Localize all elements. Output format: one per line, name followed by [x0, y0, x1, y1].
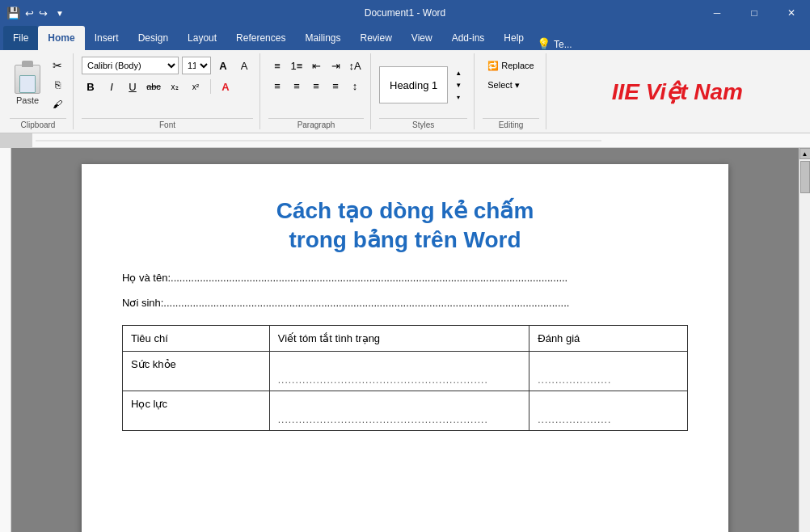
tab-insert[interactable]: Insert — [85, 26, 129, 50]
styles-expand[interactable]: ▾ — [449, 91, 467, 103]
tab-mailings[interactable]: Mailings — [295, 26, 350, 50]
tab-design[interactable]: Design — [129, 26, 178, 50]
tab-layout[interactable]: Layout — [178, 26, 226, 50]
ruler-marks: // inline SVG generation done via HTML b… — [36, 135, 601, 146]
document-page: Cách tạo dòng kẻ chấm trong bảng trên Wo… — [82, 164, 728, 532]
tab-file[interactable]: File — [3, 26, 38, 50]
styles-group: Heading 1 ▲ ▼ ▾ Styles — [373, 53, 475, 129]
cell-desc-2: ........................................… — [269, 391, 529, 430]
field-noi-sinh: Nơi sinh:...............................… — [122, 297, 688, 309]
tab-help[interactable]: Help — [494, 26, 534, 50]
dots-desc-1: ........................................… — [278, 374, 521, 386]
format-painter-button[interactable]: 🖌 — [49, 95, 66, 113]
tab-addins[interactable]: Add-ins — [442, 26, 495, 50]
bold-button[interactable]: B — [82, 78, 99, 95]
minimize-button[interactable]: ─ — [698, 0, 736, 26]
document-table: Tiêu chí Viết tóm tắt tình trạng Đánh gi… — [122, 325, 688, 431]
maximize-button[interactable]: □ — [736, 0, 773, 26]
field-ho-va-ten: Họ và tên:..............................… — [122, 272, 688, 284]
page-heading: Cách tạo dòng kẻ chấm trong bảng trên Wo… — [122, 196, 688, 255]
subscript-button[interactable]: x₂ — [166, 78, 184, 95]
cell-criteria-1: Sức khỏe — [123, 351, 270, 391]
indent-increase-button[interactable]: ⇥ — [327, 57, 344, 74]
undo-icon[interactable]: ↩ — [25, 7, 34, 19]
brand-text: IIE Việt Nam — [612, 78, 743, 105]
cut-button[interactable]: ✂ — [49, 57, 66, 74]
save-icon[interactable]: 💾 — [6, 6, 20, 19]
bullets-button[interactable]: ≡ — [268, 57, 286, 74]
align-left-button[interactable]: ≡ — [268, 77, 286, 95]
main-area: Cách tạo dòng kẻ chấm trong bảng trên Wo… — [0, 148, 810, 532]
tab-review[interactable]: Review — [350, 26, 401, 50]
font-size-select[interactable]: 11 — [182, 57, 211, 74]
document-area[interactable]: Cách tạo dòng kẻ chấm trong bảng trên Wo… — [11, 148, 799, 532]
clipboard-label: Clipboard — [10, 118, 66, 129]
editing-label: Editing — [483, 118, 538, 129]
heading-line2: trong bảng trên Word — [289, 227, 521, 252]
table-row: Học lực ................................… — [123, 391, 688, 430]
grow-font-button[interactable]: A — [214, 57, 232, 74]
dots-desc-2: ........................................… — [278, 414, 521, 425]
scroll-thumb[interactable] — [800, 161, 810, 193]
vertical-scrollbar[interactable]: ▲ — [799, 148, 810, 532]
window-title: Document1 - Word — [365, 7, 445, 19]
styles-scroll-down[interactable]: ▼ — [449, 79, 467, 91]
paste-button[interactable]: Paste — [10, 61, 45, 108]
table-row: Sức khỏe ...............................… — [123, 351, 688, 391]
lightbulb-icon[interactable]: 💡 — [537, 37, 551, 50]
font-group: Calibri (Body) 11 A A B I U abc x₂ x² A … — [75, 53, 260, 129]
heading1-style-button[interactable]: Heading 1 — [379, 66, 448, 103]
shrink-font-button[interactable]: A — [235, 57, 253, 74]
underline-button[interactable]: U — [124, 78, 141, 95]
select-button[interactable]: Select ▾ — [483, 76, 525, 94]
tell-me-label[interactable]: Te... — [554, 39, 572, 50]
cell-desc-1: ........................................… — [269, 351, 529, 391]
header-desc: Viết tóm tắt tình trạng — [269, 325, 529, 351]
justify-button[interactable]: ≡ — [327, 77, 344, 95]
font-family-select[interactable]: Calibri (Body) — [82, 57, 179, 74]
header-eval: Đánh giá — [529, 325, 688, 351]
ruler-margin — [0, 133, 32, 147]
left-ruler — [0, 148, 11, 532]
line-spacing-button[interactable]: ↕ — [346, 77, 364, 95]
dots-eval-1: ..................... — [538, 374, 679, 386]
window-buttons: ─ □ ✕ — [698, 0, 810, 26]
tab-home[interactable]: Home — [38, 26, 84, 50]
strikethrough-button[interactable]: abc — [145, 78, 162, 95]
superscript-button[interactable]: x² — [187, 78, 205, 95]
copy-button[interactable]: ⎘ — [49, 76, 66, 94]
paragraph-label: Paragraph — [268, 118, 364, 129]
brand-area: IIE Việt Nam — [548, 53, 807, 129]
align-center-button[interactable]: ≡ — [288, 77, 306, 95]
ruler: // inline SVG generation done via HTML b… — [0, 133, 810, 148]
close-button[interactable]: ✕ — [773, 0, 810, 26]
sort-button[interactable]: ↕A — [346, 57, 364, 74]
numbering-button[interactable]: 1≡ — [288, 57, 306, 74]
heading-line1: Cách tạo dòng kẻ chấm — [276, 198, 534, 223]
indent-decrease-button[interactable]: ⇤ — [307, 57, 325, 74]
replace-icon: 🔁 — [487, 61, 499, 71]
dots-eval-2: ..................... — [538, 414, 679, 425]
cell-eval-2: ..................... — [529, 391, 688, 430]
replace-button[interactable]: 🔁 Replace — [483, 57, 538, 74]
italic-button[interactable]: I — [103, 78, 120, 95]
title-bar: 💾 ↩ ↪ ▼ Document1 - Word ─ □ ✕ — [0, 0, 810, 26]
title-bar-controls: 💾 ↩ ↪ ▼ — [6, 6, 64, 19]
paragraph-group: ≡ 1≡ ⇤ ⇥ ↕A ≡ ≡ ≡ ≡ ↕ Paragraph — [262, 53, 371, 129]
cell-criteria-2: Học lực — [123, 391, 270, 430]
font-row-1: Calibri (Body) 11 A A — [82, 57, 253, 74]
align-right-button[interactable]: ≡ — [307, 77, 325, 95]
paste-label: Paste — [16, 95, 39, 105]
redo-icon[interactable]: ↪ — [39, 7, 48, 19]
header-criteria: Tiêu chí — [123, 325, 270, 351]
tab-view[interactable]: View — [402, 26, 442, 50]
tab-references[interactable]: References — [226, 26, 295, 50]
scroll-up-button[interactable]: ▲ — [799, 148, 811, 159]
font-color-button[interactable]: A — [217, 78, 234, 95]
ribbon-tabs: File Home Insert Design Layout Reference… — [0, 26, 810, 50]
styles-label: Styles — [379, 118, 467, 129]
field2-label: Nơi sinh:...............................… — [122, 297, 569, 309]
font-row-2: B I U abc x₂ x² A — [82, 78, 234, 95]
table-header-row: Tiêu chí Viết tóm tắt tình trạng Đánh gi… — [123, 325, 688, 351]
styles-scroll-up[interactable]: ▲ — [449, 67, 467, 78]
